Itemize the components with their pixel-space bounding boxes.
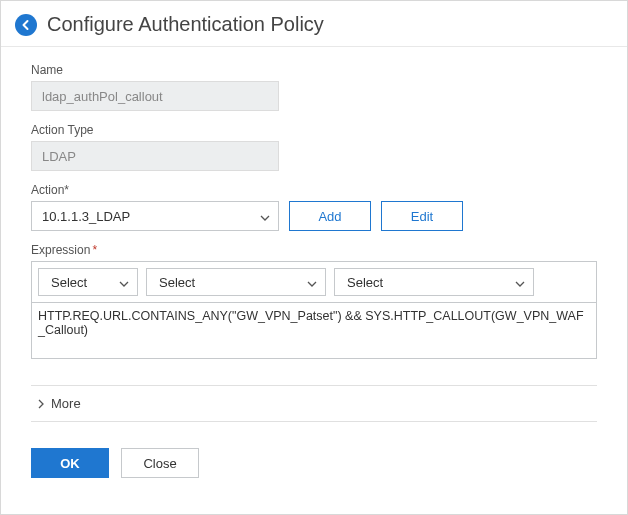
page-title: Configure Authentication Policy <box>47 13 324 36</box>
arrow-left-icon <box>20 19 32 31</box>
name-value: ldap_authPol_callout <box>42 89 163 104</box>
expression-toolbar: Select Select Select <box>32 262 596 302</box>
expression-select-1-value: Select <box>51 275 87 290</box>
action-select[interactable]: 10.1.1.3_LDAP <box>31 201 279 231</box>
name-label: Name <box>31 63 597 77</box>
expression-label: Expression* <box>31 243 597 257</box>
edit-label: Edit <box>411 209 433 224</box>
action-type-field: LDAP <box>31 141 279 171</box>
back-button[interactable] <box>15 14 37 36</box>
ok-button[interactable]: OK <box>31 448 109 478</box>
action-type-label: Action Type <box>31 123 597 137</box>
required-asterisk: * <box>92 243 97 257</box>
more-toggle[interactable]: More <box>31 385 597 422</box>
form-content: Name ldap_authPol_callout Action Type LD… <box>1 47 627 432</box>
action-value: 10.1.1.3_LDAP <box>42 209 130 224</box>
expression-select-3-value: Select <box>347 275 383 290</box>
expression-select-3[interactable]: Select <box>334 268 534 296</box>
chevron-down-icon <box>307 275 317 290</box>
expression-select-2[interactable]: Select <box>146 268 326 296</box>
close-label: Close <box>143 456 176 471</box>
ok-label: OK <box>60 456 80 471</box>
expression-label-text: Expression <box>31 243 90 257</box>
action-label: Action* <box>31 183 597 197</box>
page-header: Configure Authentication Policy <box>1 1 627 47</box>
expression-editor: Select Select Select HTTP.REQ.URL.CONTAI… <box>31 261 597 359</box>
add-label: Add <box>318 209 341 224</box>
more-label: More <box>51 396 81 411</box>
expression-select-2-value: Select <box>159 275 195 290</box>
chevron-down-icon <box>119 275 129 290</box>
footer: OK Close <box>1 432 627 494</box>
expression-select-1[interactable]: Select <box>38 268 138 296</box>
chevron-down-icon <box>515 275 525 290</box>
close-button[interactable]: Close <box>121 448 199 478</box>
add-button[interactable]: Add <box>289 201 371 231</box>
chevron-right-icon <box>37 399 45 409</box>
edit-button[interactable]: Edit <box>381 201 463 231</box>
action-type-value: LDAP <box>42 149 76 164</box>
name-field: ldap_authPol_callout <box>31 81 279 111</box>
expression-textarea[interactable]: HTTP.REQ.URL.CONTAINS_ANY("GW_VPN_Patset… <box>32 302 596 358</box>
chevron-down-icon <box>260 209 270 224</box>
